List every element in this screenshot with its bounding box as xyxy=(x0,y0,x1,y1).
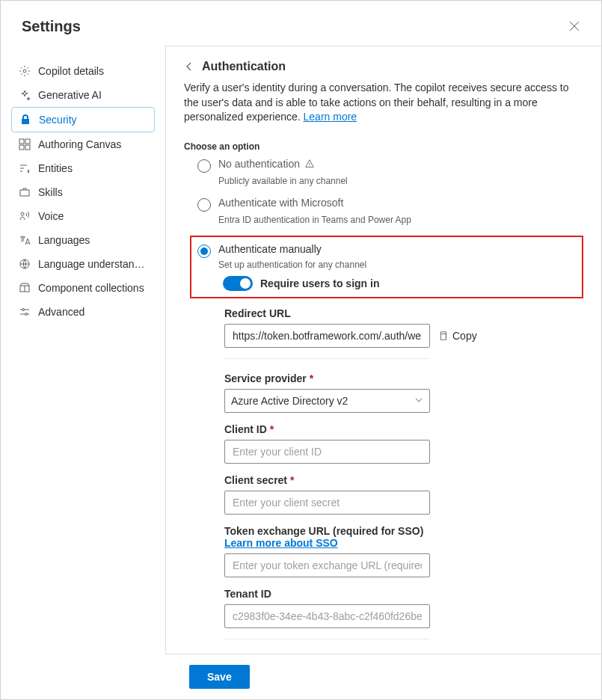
tenant-id-label: Tenant ID xyxy=(224,588,583,600)
footer: Save xyxy=(1,654,601,699)
sidebar-item-copilot-details[interactable]: Copilot details xyxy=(11,59,155,83)
sidebar-item-generative-ai[interactable]: Generative AI xyxy=(11,83,155,107)
require-signin-row: Require users to sign in xyxy=(223,276,576,291)
client-id-label: Client ID* xyxy=(224,423,583,435)
sidebar-item-label: Authoring Canvas xyxy=(38,138,121,150)
sidebar-item-label: Language understandi... xyxy=(38,258,147,270)
option-authenticate-manually[interactable]: Authenticate manually xyxy=(197,243,576,258)
sidebar-item-label: Security xyxy=(39,114,77,126)
svg-rect-2 xyxy=(25,139,30,144)
service-provider-label: Service provider* xyxy=(224,372,583,384)
sidebar-item-label: Advanced xyxy=(38,306,85,318)
svg-point-0 xyxy=(23,70,26,73)
warning-icon xyxy=(304,159,315,169)
sidebar-item-advanced[interactable]: Advanced xyxy=(11,300,155,324)
language-icon xyxy=(19,234,31,246)
main-panel: Authentication Verify a user's identity … xyxy=(165,46,601,654)
sidebar-item-component-collections[interactable]: Component collections xyxy=(11,276,155,300)
chevron-left-icon xyxy=(185,62,194,71)
entities-icon xyxy=(19,162,31,174)
briefcase-icon xyxy=(19,186,31,198)
svg-rect-1 xyxy=(19,139,24,144)
chevron-down-icon xyxy=(414,395,423,407)
sidebar-item-voice[interactable]: Voice xyxy=(11,204,155,228)
option-subtitle: Entra ID authentication in Teams and Pow… xyxy=(218,215,583,225)
page-description: Verify a user's identity during a conver… xyxy=(184,81,583,125)
copy-label: Copy xyxy=(452,330,477,342)
settings-window: Settings Copilot details Generative AI xyxy=(0,0,602,700)
option-title: No authentication xyxy=(218,158,315,170)
divider xyxy=(224,358,430,359)
copy-button[interactable]: Copy xyxy=(437,330,477,342)
option-subtitle: Publicly available in any channel xyxy=(218,176,583,186)
radio-icon[interactable] xyxy=(197,198,211,212)
option-title: Authenticate manually xyxy=(218,243,322,255)
page-title: Authentication xyxy=(202,60,286,73)
client-id-input[interactable] xyxy=(224,440,430,464)
sidebar-item-label: Component collections xyxy=(38,282,144,294)
svg-rect-11 xyxy=(440,334,446,340)
required-marker: * xyxy=(270,423,274,435)
redirect-url-input[interactable] xyxy=(224,324,430,348)
svg-rect-3 xyxy=(19,145,24,150)
close-button[interactable] xyxy=(562,14,586,38)
learn-more-sso-link[interactable]: Learn more about SSO xyxy=(224,537,338,549)
window-body: Copilot details Generative AI Security A… xyxy=(1,46,601,654)
sidebar-item-label: Voice xyxy=(38,210,64,222)
option-title: Authenticate with Microsoft xyxy=(218,197,343,209)
sidebar-item-label: Languages xyxy=(38,234,90,246)
option-authenticate-manually-highlight: Authenticate manually Set up authenticat… xyxy=(190,236,583,298)
info-icon xyxy=(265,654,275,654)
window-title: Settings xyxy=(22,18,81,35)
scopes-label: Scopes xyxy=(224,653,583,654)
sparkle-icon xyxy=(19,89,31,101)
grid-icon xyxy=(19,138,31,150)
sidebar-item-label: Copilot details xyxy=(38,65,104,77)
client-secret-input[interactable] xyxy=(224,491,430,515)
sidebar-item-label: Skills xyxy=(38,186,63,198)
radio-icon[interactable] xyxy=(197,159,211,173)
back-button[interactable] xyxy=(184,61,194,72)
copy-icon xyxy=(437,331,448,341)
radio-icon[interactable] xyxy=(197,245,211,258)
required-marker: * xyxy=(310,372,313,384)
close-icon xyxy=(569,21,580,31)
svg-rect-4 xyxy=(25,145,30,150)
gear-icon xyxy=(19,65,31,77)
option-subtitle: Set up authentication for any channel xyxy=(218,260,576,270)
required-marker: * xyxy=(290,474,294,486)
service-provider-select[interactable]: Azure Active Directory v2 xyxy=(224,389,430,413)
svg-point-9 xyxy=(22,309,25,311)
choose-option-label: Choose an option xyxy=(184,141,583,152)
auth-option-group: No authentication Publicly available in … xyxy=(184,158,583,654)
voice-icon xyxy=(19,210,31,222)
client-secret-label: Client secret* xyxy=(224,474,583,486)
sidebar-item-entities[interactable]: Entities xyxy=(11,156,155,180)
require-signin-toggle[interactable] xyxy=(223,276,253,291)
redirect-url-label: Redirect URL xyxy=(224,307,583,319)
save-button[interactable]: Save xyxy=(189,665,250,689)
sidebar-item-security[interactable]: Security xyxy=(11,107,155,132)
require-signin-label: Require users to sign in xyxy=(260,277,379,289)
learn-more-link[interactable]: Learn more xyxy=(304,111,357,123)
package-icon xyxy=(19,282,31,294)
description-text: Verify a user's identity during a conver… xyxy=(184,82,568,123)
divider xyxy=(224,639,430,639)
sliders-icon xyxy=(19,306,31,318)
sidebar-item-languages[interactable]: Languages xyxy=(11,228,155,252)
sidebar-item-skills[interactable]: Skills xyxy=(11,180,155,204)
sidebar-item-authoring-canvas[interactable]: Authoring Canvas xyxy=(11,132,155,156)
lock-icon xyxy=(19,114,31,126)
token-exchange-input[interactable] xyxy=(224,553,430,577)
select-value: Azure Active Directory v2 xyxy=(231,395,348,407)
svg-point-6 xyxy=(21,212,24,215)
sidebar-item-label: Entities xyxy=(38,162,73,174)
option-no-authentication[interactable]: No authentication xyxy=(197,158,583,173)
tenant-id-input xyxy=(224,604,430,628)
globe-icon xyxy=(19,258,31,270)
svg-rect-5 xyxy=(20,190,29,196)
option-authenticate-microsoft[interactable]: Authenticate with Microsoft xyxy=(197,197,583,212)
window-header: Settings xyxy=(1,1,601,46)
sidebar-item-language-understanding[interactable]: Language understandi... xyxy=(11,252,155,276)
manual-auth-form: Redirect URL Copy Service provider* xyxy=(197,307,583,654)
